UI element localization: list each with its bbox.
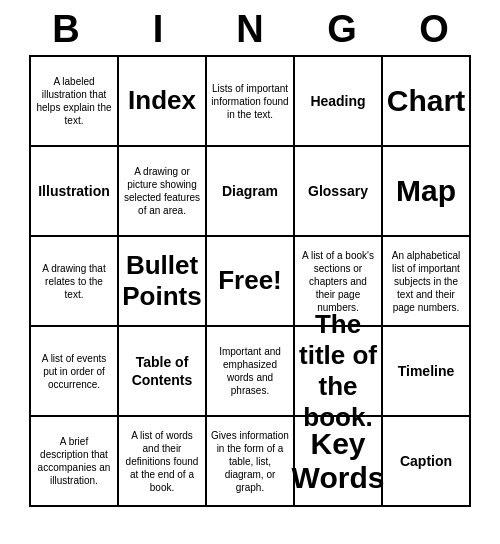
bingo-cell: The title of the book. bbox=[295, 327, 383, 417]
cell-text: Bullet Points bbox=[122, 250, 201, 312]
bingo-cell: Index bbox=[119, 57, 207, 147]
bingo-cell: A drawing or picture showing selected fe… bbox=[119, 147, 207, 237]
cell-text: Important and emphasized words and phras… bbox=[211, 345, 289, 397]
cell-text: A labeled illustration that helps explai… bbox=[35, 75, 113, 127]
cell-text: Caption bbox=[400, 452, 452, 470]
bingo-cell: Lists of important information found in … bbox=[207, 57, 295, 147]
bingo-cell: Chart bbox=[383, 57, 471, 147]
cell-text: Gives information in the form of a table… bbox=[211, 429, 289, 494]
cell-text: Diagram bbox=[222, 182, 278, 200]
bingo-cell: A brief description that accompanies an … bbox=[31, 417, 119, 507]
cell-text: Key Words bbox=[292, 427, 385, 495]
cell-text: Glossary bbox=[308, 182, 368, 200]
bingo-letter: G bbox=[300, 8, 384, 51]
bingo-cell: Important and emphasized words and phras… bbox=[207, 327, 295, 417]
bingo-letter: N bbox=[208, 8, 292, 51]
cell-text: Chart bbox=[387, 84, 465, 118]
bingo-cell: Free! bbox=[207, 237, 295, 327]
bingo-letter: O bbox=[392, 8, 476, 51]
cell-text: Index bbox=[128, 85, 196, 116]
cell-text: Table of Contents bbox=[123, 353, 201, 389]
bingo-cell: Diagram bbox=[207, 147, 295, 237]
cell-text: Timeline bbox=[398, 362, 455, 380]
bingo-letter: B bbox=[24, 8, 108, 51]
bingo-cell: An alphabetical list of important subjec… bbox=[383, 237, 471, 327]
bingo-cell: A labeled illustration that helps explai… bbox=[31, 57, 119, 147]
bingo-cell: Caption bbox=[383, 417, 471, 507]
cell-text: A drawing that relates to the text. bbox=[35, 262, 113, 301]
bingo-cell: A list of events put in order of occurre… bbox=[31, 327, 119, 417]
cell-text: Heading bbox=[310, 92, 365, 110]
cell-text: A list of words and their definitions fo… bbox=[123, 429, 201, 494]
cell-text: Illustration bbox=[38, 182, 110, 200]
bingo-cell: Map bbox=[383, 147, 471, 237]
cell-text: Lists of important information found in … bbox=[211, 82, 289, 121]
cell-text: The title of the book. bbox=[299, 309, 377, 434]
bingo-cell: Table of Contents bbox=[119, 327, 207, 417]
bingo-cell: A drawing that relates to the text. bbox=[31, 237, 119, 327]
bingo-cell: Bullet Points bbox=[119, 237, 207, 327]
cell-text: An alphabetical list of important subjec… bbox=[387, 249, 465, 314]
bingo-cell: Gives information in the form of a table… bbox=[207, 417, 295, 507]
cell-text: Map bbox=[396, 174, 456, 208]
cell-text: Free! bbox=[218, 265, 282, 296]
bingo-cell: Key Words bbox=[295, 417, 383, 507]
bingo-cell: Timeline bbox=[383, 327, 471, 417]
cell-text: A drawing or picture showing selected fe… bbox=[123, 165, 201, 217]
bingo-cell: Illustration bbox=[31, 147, 119, 237]
bingo-cell: Heading bbox=[295, 57, 383, 147]
cell-text: A brief description that accompanies an … bbox=[35, 435, 113, 487]
bingo-cell: A list of words and their definitions fo… bbox=[119, 417, 207, 507]
bingo-title-row: BINGO bbox=[20, 0, 480, 55]
bingo-grid: A labeled illustration that helps explai… bbox=[29, 55, 471, 507]
cell-text: A list of a book's sections or chapters … bbox=[299, 249, 377, 314]
cell-text: A list of events put in order of occurre… bbox=[35, 352, 113, 391]
bingo-cell: Glossary bbox=[295, 147, 383, 237]
bingo-letter: I bbox=[116, 8, 200, 51]
